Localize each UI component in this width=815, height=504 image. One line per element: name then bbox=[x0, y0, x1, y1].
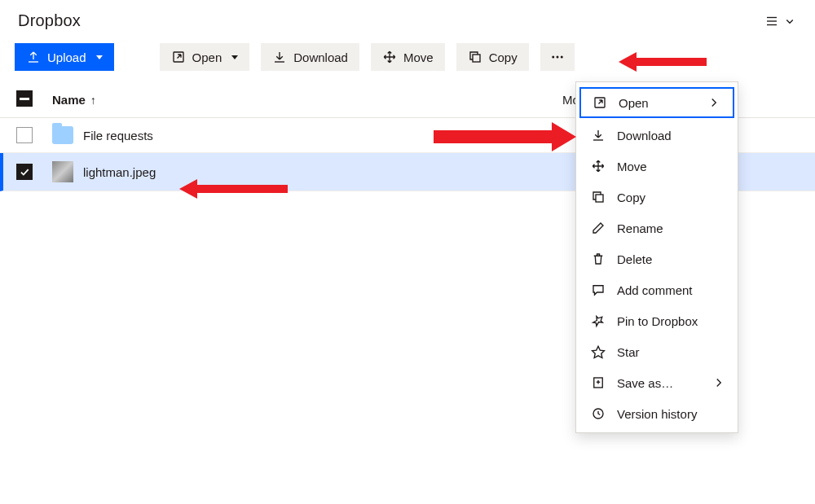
context-menu: Open Download Move Copy Rename Delete Ad… bbox=[575, 81, 738, 433]
menu-rename[interactable]: Rename bbox=[576, 213, 738, 243]
delete-icon bbox=[591, 252, 606, 266]
annotation-arrow bbox=[434, 121, 576, 153]
menu-delete-label: Delete bbox=[617, 252, 652, 266]
download-icon bbox=[272, 50, 287, 64]
more-button[interactable] bbox=[540, 43, 575, 71]
view-toggle[interactable] bbox=[764, 14, 797, 28]
svg-point-7 bbox=[552, 56, 554, 59]
menu-copy-label: Copy bbox=[617, 191, 645, 204]
open-icon bbox=[593, 95, 607, 110]
star-icon bbox=[591, 344, 606, 359]
row-checkbox[interactable] bbox=[16, 127, 33, 143]
list-view-icon bbox=[764, 14, 779, 28]
menu-rename-label: Rename bbox=[617, 221, 663, 235]
file-name: lightman.jpeg bbox=[83, 165, 156, 179]
svg-rect-6 bbox=[473, 55, 480, 62]
download-button[interactable]: Download bbox=[261, 43, 359, 71]
history-icon bbox=[591, 406, 606, 421]
download-icon bbox=[591, 128, 606, 142]
copy-icon bbox=[591, 190, 606, 204]
annotation-arrow bbox=[619, 50, 708, 74]
menu-move[interactable]: Move bbox=[576, 151, 738, 182]
menu-pin[interactable]: Pin to Dropbox bbox=[576, 305, 738, 336]
menu-open-label: Open bbox=[619, 96, 649, 110]
upload-button[interactable]: Upload bbox=[15, 43, 114, 71]
rename-icon bbox=[591, 221, 606, 235]
chevron-down-icon bbox=[782, 14, 797, 28]
open-button[interactable]: Open bbox=[160, 43, 250, 71]
menu-move-label: Move bbox=[617, 160, 647, 173]
select-all-checkbox[interactable] bbox=[16, 90, 33, 107]
copy-label: Copy bbox=[489, 50, 518, 64]
folder-icon bbox=[52, 126, 73, 144]
copy-icon bbox=[468, 50, 482, 64]
menu-version-history-label: Version history bbox=[617, 407, 697, 421]
svg-marker-20 bbox=[619, 52, 707, 72]
menu-download-label: Download bbox=[617, 129, 672, 142]
menu-star[interactable]: Star bbox=[576, 336, 738, 367]
upload-label: Upload bbox=[47, 50, 86, 64]
menu-save-as-label: Save as… bbox=[617, 376, 673, 390]
menu-delete[interactable]: Delete bbox=[576, 243, 738, 274]
menu-star-label: Star bbox=[617, 345, 640, 359]
move-label: Move bbox=[403, 50, 434, 64]
pin-icon bbox=[591, 313, 606, 328]
move-icon bbox=[591, 159, 606, 173]
image-thumbnail bbox=[52, 161, 73, 182]
svg-rect-14 bbox=[596, 195, 603, 202]
sort-asc-icon: ↑ bbox=[90, 94, 96, 107]
copy-button[interactable]: Copy bbox=[456, 43, 529, 71]
svg-marker-21 bbox=[434, 122, 576, 151]
menu-download[interactable]: Download bbox=[576, 120, 738, 151]
open-label: Open bbox=[192, 50, 222, 64]
menu-version-history[interactable]: Version history bbox=[576, 398, 738, 429]
file-name: File requests bbox=[83, 129, 153, 142]
more-icon bbox=[550, 50, 565, 64]
chevron-right-icon bbox=[707, 95, 721, 110]
move-icon bbox=[382, 50, 397, 64]
column-name-label: Name bbox=[52, 93, 86, 107]
menu-save-as[interactable]: Save as… bbox=[576, 367, 738, 398]
upload-icon bbox=[26, 50, 41, 64]
row-checkbox[interactable] bbox=[16, 164, 33, 180]
comment-icon bbox=[591, 283, 606, 297]
download-label: Download bbox=[293, 50, 348, 64]
save-as-icon bbox=[591, 375, 606, 390]
menu-pin-label: Pin to Dropbox bbox=[617, 314, 698, 328]
menu-copy[interactable]: Copy bbox=[576, 182, 738, 213]
menu-add-comment-label: Add comment bbox=[617, 283, 693, 297]
chevron-right-icon bbox=[711, 375, 726, 390]
menu-open[interactable]: Open bbox=[579, 87, 734, 118]
svg-marker-22 bbox=[179, 179, 288, 199]
column-name[interactable]: Name ↑ bbox=[52, 93, 554, 107]
svg-point-8 bbox=[556, 56, 558, 59]
move-button[interactable]: Move bbox=[371, 43, 445, 71]
page-title: Dropbox bbox=[18, 11, 81, 30]
svg-point-9 bbox=[560, 56, 562, 59]
open-icon bbox=[171, 50, 186, 64]
annotation-arrow bbox=[179, 177, 289, 201]
menu-add-comment[interactable]: Add comment bbox=[576, 274, 738, 305]
svg-marker-15 bbox=[593, 346, 605, 357]
